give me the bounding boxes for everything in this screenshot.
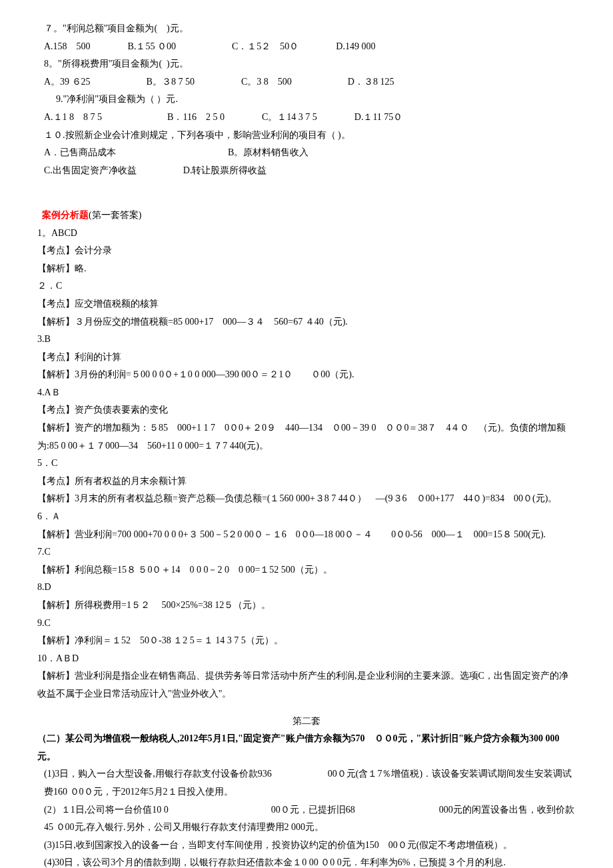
answers-header: 案例分析题(第一套答案) bbox=[37, 189, 576, 224]
a2-point: 【考点】应交增值税额的核算 bbox=[37, 295, 576, 313]
a3-num: 3.B bbox=[37, 331, 576, 349]
a6-num: 6．Ａ bbox=[37, 508, 576, 526]
a5-exp: 【解析】3月末的所有者权益总额=资产总额—负债总额=(１560 000+３8 7… bbox=[37, 490, 576, 508]
a7-num: 7.C bbox=[37, 543, 576, 561]
a5-point: 【考点】所有者权益的月末余额计算 bbox=[37, 473, 576, 491]
q7-options: A.158 500 B.１55 ０00 C．１5２ 50０ D.149 000 bbox=[37, 38, 576, 56]
a3-point: 【考点】利润的计算 bbox=[37, 349, 576, 367]
a1-exp: 【解析】略. bbox=[37, 260, 576, 278]
a9-exp: 【解析】净利润＝１52 50０-38 １2 5＝１ 14 3 7 5（元）。 bbox=[37, 632, 576, 650]
a4-point: 【考点】资产负债表要素的变化 bbox=[37, 401, 576, 419]
a5-num: 5．C bbox=[37, 455, 576, 473]
q10-options-row2: C.出售固定资产净收益 D.转让股票所得收益 bbox=[37, 162, 576, 180]
q9-options: A.１1 8 8 7 5 B．116 2 5 0 C。１14 3 7 5 D.１… bbox=[37, 109, 576, 127]
q10-text: １０.按照新企业会计准则规定，下列各项中，影响营业利润的项目有（ )。 bbox=[37, 127, 576, 145]
a4-exp: 【解析】资产的增加额为：５85 000+1 1 7 0０0＋２0９ 440—13… bbox=[37, 419, 576, 455]
q8-options: A。39 ６25 B。３8 7 50 C。3 8 500 D．３8 125 bbox=[37, 73, 576, 91]
set2-item1: (1)3日，购入一台大型设备,用银行存款支付设备价款936 00０元(含１7％增… bbox=[37, 765, 576, 801]
a3-exp: 【解析】3月份的利润=５00 0 0０+１0 0 000—390 00０＝２1０… bbox=[37, 366, 576, 384]
a2-num: ２．C bbox=[37, 277, 576, 295]
q8-text: 8。"所得税费用"项目金额为( )元。 bbox=[37, 55, 576, 73]
set2-item2: (2）１1日,公司将一台价值10 0 00０元，已提折旧68 000元的闲置设备… bbox=[37, 801, 576, 837]
answers-header-suffix: (第一套答案) bbox=[89, 210, 141, 220]
a7-exp: 【解析】利润总额=15８ ５0０＋14 0 0 0－2 0 0 00=１52 5… bbox=[37, 561, 576, 579]
a6-exp: 【解析】营业利润=700 000+70 0 0 0+３ 500－5２0 00０－… bbox=[37, 526, 576, 544]
a4-num: 4.AＢ bbox=[37, 384, 576, 402]
a1-num: 1。ABCD bbox=[37, 225, 576, 243]
a9-num: 9.C bbox=[37, 615, 576, 633]
a10-exp: 【解析】营业利润是指企业在销售商品、提供劳务等日常活动中所产生的利润,是企业利润… bbox=[37, 667, 576, 703]
a10-num: 10．AＢD bbox=[37, 650, 576, 668]
a8-exp: 【解析】所得税费用=1５２ 500×25%=38 12５（元）。 bbox=[37, 597, 576, 615]
a2-exp: 【解析】３月份应交的增值税额=85 000+17 000―３４ 560=67 ４… bbox=[37, 313, 576, 331]
a1-point: 【考点】会计分录 bbox=[37, 242, 576, 260]
set2-item3: (3)15日,收到国家投入的设备一台，当即支付车间使用，投资协议约定的价值为15… bbox=[37, 837, 576, 855]
set2-item4: (4)30日，该公司3个月的借款到期，以银行存款归还借款本金１0 00 ０0 0… bbox=[37, 854, 576, 868]
set2-intro: （二）某公司为增值税一般纳税人,2012年5月1日,"固定资产"账户借方余额为5… bbox=[37, 730, 576, 765]
q10-options-row1: A．已售商品成本 B。原材料销售收入 bbox=[37, 144, 576, 162]
q9-text: 9."净利润"项目金额为（ ）元. bbox=[37, 91, 576, 109]
set2-title: 第二套 bbox=[37, 713, 576, 731]
answers-header-red: 案例分析题 bbox=[42, 210, 89, 220]
q7-text: ７。"利润总额"项目金额为( )元。 bbox=[37, 20, 576, 38]
a8-num: 8.D bbox=[37, 579, 576, 597]
